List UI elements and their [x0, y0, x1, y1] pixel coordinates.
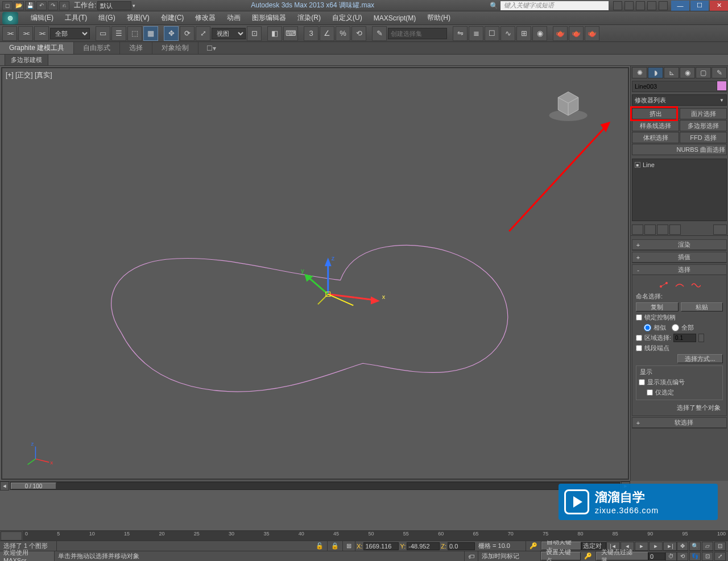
- render-frame-icon[interactable]: 🫖: [569, 26, 584, 41]
- similar-radio[interactable]: [644, 323, 651, 332]
- commcenter-icon[interactable]: [613, 1, 622, 10]
- menu-grapheditors[interactable]: 图形编辑器: [246, 13, 292, 23]
- unlink-icon[interactable]: ⫘: [18, 26, 33, 41]
- minimize-button[interactable]: —: [671, 1, 689, 11]
- selection-filter-dropdown[interactable]: 全部: [50, 28, 90, 39]
- exchange-icon[interactable]: [647, 1, 656, 10]
- lock-selection-icon[interactable]: 🔓: [312, 541, 328, 551]
- abs-rel-icon[interactable]: ⊞: [343, 541, 355, 551]
- menu-animation[interactable]: 动画: [221, 13, 246, 23]
- align-icon[interactable]: ≣: [469, 26, 483, 41]
- menu-create[interactable]: 创建(C): [155, 13, 190, 23]
- signin-icon[interactable]: [636, 1, 645, 10]
- render-icon[interactable]: 🫖: [585, 26, 599, 41]
- unique-icon[interactable]: [657, 225, 668, 235]
- close-button[interactable]: ✕: [710, 1, 728, 11]
- menu-help[interactable]: 帮助(H): [421, 13, 456, 23]
- x-coord-input[interactable]: [363, 542, 399, 550]
- time-slider-handle[interactable]: 0 / 100: [11, 483, 56, 489]
- segment-subobj-icon[interactable]: [675, 281, 685, 289]
- goto-end-icon[interactable]: ►|: [663, 542, 677, 551]
- ribbon-tab-freeform[interactable]: 自由形式: [74, 42, 120, 54]
- viewport[interactable]: [+] [正交] [真实] z y x: [1, 67, 629, 480]
- nav-orbit-icon[interactable]: ⟲: [677, 552, 688, 561]
- show-end-icon[interactable]: [644, 225, 656, 235]
- curve-editor-icon[interactable]: ∿: [500, 26, 515, 41]
- modify-tab-icon[interactable]: ◗: [648, 67, 663, 78]
- remove-mod-icon[interactable]: [669, 225, 681, 235]
- next-frame-icon[interactable]: ►: [649, 542, 663, 551]
- select-object-icon[interactable]: ▭: [96, 26, 110, 41]
- menu-group[interactable]: 组(G): [93, 13, 121, 23]
- qat-save-icon[interactable]: 💾: [25, 1, 35, 10]
- keyboard-shortcut-icon[interactable]: ⌨: [283, 26, 298, 41]
- area-sel-input[interactable]: [673, 334, 696, 342]
- mod-polysel-button[interactable]: 多边形选择: [680, 120, 727, 131]
- render-setup-icon[interactable]: 🫖: [553, 26, 568, 41]
- ribbon-tab-selection[interactable]: 选择: [120, 42, 152, 54]
- menu-rendering[interactable]: 渲染(R): [292, 13, 326, 23]
- qat-open-icon[interactable]: 📂: [14, 1, 24, 10]
- mod-nurbs-button[interactable]: NURBS 曲面选择: [632, 144, 727, 155]
- display-tab-icon[interactable]: ▢: [696, 67, 711, 78]
- menu-customize[interactable]: 自定义(U): [326, 13, 368, 23]
- ref-coord-dropdown[interactable]: 视图: [212, 28, 246, 39]
- mirror-icon[interactable]: ⇋: [453, 26, 468, 41]
- time-config-icon[interactable]: ⏱: [665, 552, 677, 561]
- select-by-button[interactable]: 选择方式...: [677, 354, 723, 363]
- pivot-icon[interactable]: ⊡: [247, 26, 262, 41]
- lock-handles-checkbox[interactable]: [636, 314, 642, 321]
- time-ruler[interactable]: 0510152025303540455055606570758085909510…: [23, 531, 728, 541]
- hierarchy-tab-icon[interactable]: ⊾: [664, 67, 679, 78]
- configure-icon[interactable]: [713, 225, 727, 235]
- show-vtx-num-checkbox[interactable]: [639, 379, 645, 385]
- spline-subobj-icon[interactable]: [690, 281, 701, 289]
- mod-ffdsel-button[interactable]: FFD 选择: [680, 132, 727, 143]
- seg-end-checkbox[interactable]: [636, 345, 642, 351]
- search-input[interactable]: 键入关键字或短语: [500, 1, 609, 10]
- named-selset-input[interactable]: [388, 28, 447, 39]
- mod-patchsel-button[interactable]: 面片选择: [680, 108, 727, 119]
- material-editor-icon[interactable]: ◉: [532, 26, 547, 41]
- timetag-icon[interactable]: 🏷: [465, 551, 478, 561]
- bind-spacewarp-icon[interactable]: ⫘: [34, 26, 49, 41]
- nav-walk-icon[interactable]: 👣: [689, 552, 701, 561]
- pin-stack-icon[interactable]: [632, 225, 643, 235]
- vertex-subobj-icon[interactable]: [659, 281, 669, 289]
- scroll-left-icon[interactable]: ◄: [0, 481, 9, 491]
- trackbar-toggle-icon[interactable]: [1, 531, 22, 541]
- current-frame-input[interactable]: [648, 552, 665, 560]
- modifier-stack[interactable]: ■ Line: [632, 159, 727, 221]
- maximize-button[interactable]: ☐: [690, 1, 709, 11]
- ribbon-tab-graphite[interactable]: Graphite 建模工具: [0, 42, 74, 54]
- scale-icon[interactable]: ⤢: [196, 26, 210, 41]
- qat-redo-icon[interactable]: ↷: [48, 1, 58, 10]
- object-name-input[interactable]: [632, 81, 727, 92]
- paste-sel-button[interactable]: 粘贴: [681, 302, 723, 311]
- ribbon-tab-objectpaint[interactable]: 对象绘制: [152, 42, 198, 54]
- setkey-button[interactable]: 设置关键点: [541, 552, 581, 560]
- schematic-icon[interactable]: ⊞: [516, 26, 531, 41]
- layers-icon[interactable]: ☐: [485, 26, 499, 41]
- select-region-icon[interactable]: ⬚: [127, 26, 142, 41]
- all-radio[interactable]: [672, 323, 679, 332]
- nav-pan-icon[interactable]: ✥: [677, 542, 688, 551]
- transform-gizmo[interactable]: z y x: [301, 255, 385, 305]
- workspace-dropdown[interactable]: 默认: [97, 1, 131, 10]
- nav-zoom-icon[interactable]: 🔍: [689, 542, 701, 551]
- angle-snap-icon[interactable]: ∠: [320, 26, 334, 41]
- area-spinner[interactable]: [698, 334, 704, 342]
- copy-sel-button[interactable]: 复制: [636, 302, 679, 311]
- nav-zoomall-icon[interactable]: ⊡: [714, 542, 726, 551]
- help-icon[interactable]: [659, 1, 668, 10]
- viewcube[interactable]: [549, 92, 587, 121]
- window-crossing-icon[interactable]: ▦: [143, 26, 158, 41]
- select-by-name-icon[interactable]: ☰: [111, 26, 126, 41]
- menu-maxscript[interactable]: MAXScript(M): [368, 14, 422, 22]
- utilities-tab-icon[interactable]: ✎: [712, 67, 727, 78]
- mod-extrude-button[interactable]: 挤出: [632, 108, 679, 119]
- menu-modifiers[interactable]: 修改器: [189, 13, 221, 23]
- qat-new-icon[interactable]: ◻: [2, 1, 13, 10]
- modifier-list-dropdown[interactable]: 修改器列表: [632, 94, 727, 106]
- mod-splinesel-button[interactable]: 样条线选择: [632, 120, 679, 131]
